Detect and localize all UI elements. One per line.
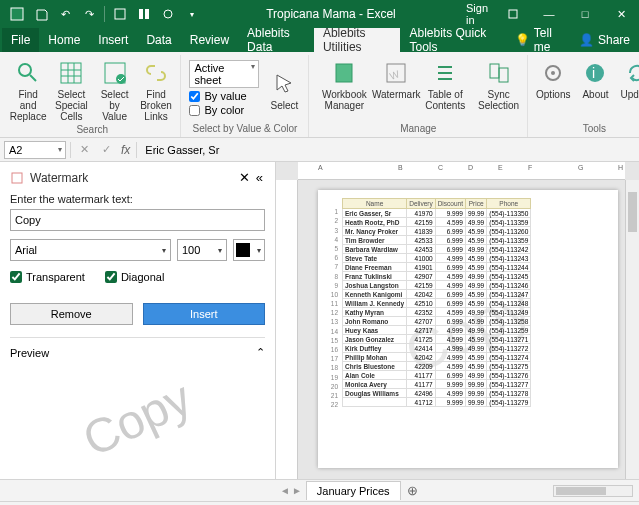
horizontal-ruler: ABCDEFGH [298, 162, 625, 180]
select-by-value-button[interactable]: Select by Value [95, 55, 135, 122]
svg-rect-21 [490, 64, 499, 78]
tellme-button[interactable]: 💡Tell me [506, 28, 570, 52]
remove-button[interactable]: Remove [10, 303, 133, 325]
svg-rect-27 [12, 173, 22, 183]
minimize-button[interactable]: — [531, 0, 567, 28]
save-icon[interactable] [30, 3, 52, 25]
svg-point-24 [551, 71, 555, 75]
svg-rect-8 [61, 63, 81, 83]
update-button[interactable]: Update [616, 55, 639, 100]
font-dropdown[interactable]: Arial [10, 239, 171, 261]
cursor-icon [269, 69, 299, 99]
svg-rect-2 [139, 9, 143, 19]
watermark-text-input[interactable] [10, 209, 265, 231]
tab-nav-last-icon[interactable]: ► [292, 485, 302, 496]
window-title: Tropicana Mama - Excel [203, 7, 459, 21]
options-button[interactable]: Options [532, 55, 574, 100]
qa-dropdown-icon[interactable]: ▾ [181, 3, 203, 25]
share-button[interactable]: 👤Share [570, 28, 639, 52]
app-icon [6, 3, 28, 25]
qa-tool1-icon[interactable] [109, 3, 131, 25]
svg-rect-1 [115, 9, 125, 19]
tab-review[interactable]: Review [181, 28, 238, 52]
diagonal-checkbox[interactable]: Diagonal [105, 271, 164, 283]
signin-link[interactable]: Sign in [459, 0, 495, 28]
horizontal-scrollbar[interactable] [553, 485, 633, 497]
sheet-tab[interactable]: January Prices [306, 481, 401, 500]
link-icon [141, 58, 171, 88]
vertical-scrollbar[interactable] [625, 180, 639, 479]
worksheet-area[interactable]: ABCDEFGH Copy 12345678910111213141516171… [276, 162, 639, 479]
find-broken-links-button[interactable]: Find Broken Links [136, 55, 177, 122]
vertical-ruler [276, 180, 298, 479]
svg-text:i: i [592, 65, 595, 81]
name-box[interactable]: A2 [4, 141, 66, 159]
svg-point-4 [164, 10, 172, 18]
svg-rect-5 [509, 10, 517, 18]
transparent-checkbox[interactable]: Transparent [10, 271, 85, 283]
refresh-icon [622, 58, 639, 88]
svg-point-14 [116, 74, 126, 84]
size-dropdown[interactable]: 100 [177, 239, 227, 261]
grid-icon [56, 58, 86, 88]
person-icon: 👤 [579, 33, 594, 47]
svg-rect-22 [499, 68, 508, 82]
tab-file[interactable]: File [2, 28, 39, 52]
group-label-search: Search [8, 122, 176, 138]
sync-icon [484, 58, 514, 88]
info-icon: i [580, 58, 610, 88]
tab-insert[interactable]: Insert [89, 28, 137, 52]
tab-ablebits-utilities[interactable]: Ablebits Utilities [314, 28, 401, 52]
add-sheet-button[interactable]: ⊕ [401, 483, 424, 498]
undo-icon[interactable]: ↶ [54, 3, 76, 25]
select-special-button[interactable]: Select Special Cells [49, 55, 93, 122]
tab-ablebits-quick[interactable]: Ablebits Quick Tools [400, 28, 505, 52]
toc-button[interactable]: Table of Contents [417, 55, 473, 111]
svg-rect-0 [11, 8, 23, 20]
fx-label[interactable]: fx [119, 143, 132, 157]
by-value-checkbox[interactable]: By value [189, 90, 259, 102]
group-label-manage: Manage [313, 121, 523, 137]
book-icon [329, 58, 359, 88]
page-preview: Copy 12345678910111213141516171819202122… [318, 190, 618, 468]
watermark-icon: W [381, 58, 411, 88]
qa-tool2-icon[interactable] [133, 3, 155, 25]
tab-ablebits-data[interactable]: Ablebits Data [238, 28, 314, 52]
select-button[interactable]: Select [264, 66, 304, 111]
find-replace-button[interactable]: Find and Replace [8, 55, 48, 122]
qa-tool3-icon[interactable] [157, 3, 179, 25]
maximize-button[interactable]: □ [567, 0, 603, 28]
svg-point-6 [19, 64, 31, 76]
close-button[interactable]: ✕ [603, 0, 639, 28]
tab-nav-first-icon[interactable]: ◄ [280, 485, 290, 496]
tab-data[interactable]: Data [137, 28, 180, 52]
about-button[interactable]: iAbout [575, 55, 615, 100]
watermark-panel-icon [10, 171, 24, 185]
watermark-button[interactable]: WWatermark [376, 55, 416, 100]
panel-close-icon[interactable]: ✕ [235, 170, 254, 185]
tab-home[interactable]: Home [39, 28, 89, 52]
list-icon [430, 58, 460, 88]
workbook-manager-button[interactable]: Workbook Manager [313, 55, 375, 111]
cancel-formula-icon[interactable]: ✕ [75, 141, 93, 159]
gear-icon [538, 58, 568, 88]
preview-area: Copy [10, 365, 265, 471]
formula-bar[interactable]: Eric Gasser, Sr [141, 144, 635, 156]
search-icon [13, 58, 43, 88]
group-label-svc: Select by Value & Color [185, 121, 304, 137]
data-table: NameDeliveryDiscountPricePhoneEric Gasse… [342, 198, 531, 407]
color-picker[interactable] [233, 239, 265, 261]
svg-line-7 [30, 75, 36, 81]
grid-check-icon [100, 58, 130, 88]
by-color-checkbox[interactable]: By color [189, 104, 259, 116]
panel-collapse-icon[interactable]: « [254, 170, 265, 185]
accept-formula-icon[interactable]: ✓ [97, 141, 115, 159]
chevron-up-icon: ⌃ [256, 346, 265, 359]
sync-selection-button[interactable]: Sync Selection [474, 55, 523, 111]
insert-button[interactable]: Insert [143, 303, 266, 325]
preview-toggle[interactable]: Preview⌃ [10, 346, 265, 359]
redo-icon[interactable]: ↷ [78, 3, 100, 25]
scope-dropdown[interactable]: Active sheet [189, 60, 259, 88]
ribbon-options-icon[interactable] [495, 0, 531, 28]
bulb-icon: 💡 [515, 33, 530, 47]
